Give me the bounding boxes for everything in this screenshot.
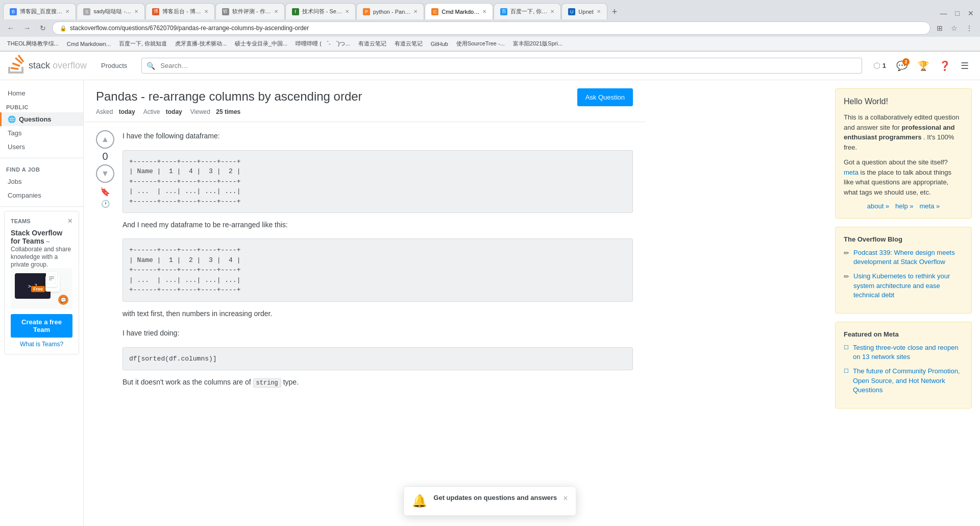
bookmark-3[interactable]: 百度一下, 你就知道 [116, 39, 170, 49]
question-content: I have the following dataframe: +------+… [122, 130, 633, 396]
tab-2[interactable]: S sady哒哒哒 -… ✕ [77, 3, 145, 19]
what-is-teams-link[interactable]: What is Teams? [11, 341, 72, 348]
upvote-button[interactable]: ▲ [96, 130, 114, 149]
bookmark-sourcetree[interactable]: 使用SourceTree -... [453, 39, 508, 49]
url-bar[interactable]: 🔒 stackoverflow.com/questions/67620709/p… [52, 21, 930, 35]
featured-link-2[interactable]: The future of Community Promotion, Open … [853, 367, 963, 395]
downvote-button[interactable]: ▼ [96, 164, 114, 183]
tab-9[interactable]: U Upnet ✕ [561, 3, 607, 19]
bookmark-7[interactable]: 有道云笔记 [355, 39, 389, 49]
notification-close-button[interactable]: × [563, 494, 568, 503]
create-team-button[interactable]: Create a free Team [11, 314, 72, 338]
tab-7[interactable]: C Cmd Markdo… ✕ [425, 3, 493, 19]
bookmark-github[interactable]: GitHub [428, 40, 451, 48]
tab-close-6[interactable]: ✕ [413, 9, 418, 14]
pencil-icon-1: ✏ [844, 249, 849, 257]
bookmark-4[interactable]: 虎牙直播-技术驱动... [172, 39, 230, 49]
new-tab-button[interactable]: + [608, 5, 622, 19]
inbox-button[interactable]: 💬 2 [893, 57, 911, 75]
tab-close-8[interactable]: ✕ [550, 9, 554, 14]
so-right-sidebar: Hello World! This is a collaboratively e… [827, 80, 980, 526]
hello-world-title: Hello World! [844, 97, 963, 106]
teams-label-text: TEAMS [11, 218, 31, 224]
extensions-button[interactable]: ⊞ [934, 22, 946, 34]
hamburger-button[interactable]: ☰ [958, 57, 972, 75]
tab-close-1[interactable]: ✕ [65, 9, 69, 14]
browser-actions: ⊞ ☆ ⋮ [934, 22, 976, 34]
featured-meta-card: Featured on Meta ☐ Testing three-vote cl… [835, 322, 972, 409]
ask-question-button[interactable]: Ask Question [577, 88, 633, 106]
products-nav[interactable]: Products [95, 58, 133, 74]
bookmark-spring[interactable]: 富丰阳2021版Spri... [510, 39, 566, 49]
trophy-icon: 🏆 [918, 61, 929, 71]
tab-close-4[interactable]: ✕ [274, 9, 278, 14]
bookmark-5[interactable]: 硕士专业目录_中国... [232, 39, 290, 49]
home-label: Home [8, 89, 26, 97]
hello-world-para2: Got a question about the site itself? me… [844, 157, 963, 197]
users-label: Users [8, 143, 25, 151]
tab-close-3[interactable]: ✕ [204, 9, 208, 14]
achievements-button[interactable]: 🏆 [915, 57, 932, 75]
tab-close-9[interactable]: ✕ [597, 9, 601, 14]
help-button[interactable]: ❓ [936, 57, 953, 75]
find-job-label: FIND A JOB [0, 162, 83, 175]
free-badge: Free [31, 286, 45, 292]
tab-1[interactable]: B 博客园_百度搜… ✕ [3, 3, 76, 19]
so-logo[interactable]: stack overflow [8, 55, 87, 77]
sidebar-item-companies[interactable]: Companies [0, 188, 83, 202]
help-link[interactable]: help » [895, 202, 913, 210]
tab-8[interactable]: 百 百度一下, 你… ✕ [494, 3, 561, 19]
maximize-button[interactable]: □ [952, 7, 963, 19]
tab-4[interactable]: 软 软件评测 - 作… ✕ [215, 3, 285, 19]
sidebar-item-jobs[interactable]: Jobs [0, 175, 83, 188]
sidebar-item-questions[interactable]: 🌐 Questions [0, 112, 83, 126]
hello-world-para: This is a collaboratively edited questio… [844, 112, 963, 152]
tab-6[interactable]: P python - Pan… ✕ [356, 3, 424, 19]
public-section-label: PUBLIC [0, 100, 83, 112]
bookmark-button[interactable]: ☆ [948, 22, 961, 34]
svg-rect-3 [47, 274, 56, 284]
code-block-3: df[sorted(df.columns)] [122, 347, 633, 371]
lock-icon: 🔒 [60, 25, 67, 32]
blog-link-2[interactable]: Using Kubernetes to rethink your system … [853, 272, 963, 300]
question-header-bar: Pandas - re-arrange columns by ascending… [84, 80, 645, 122]
bookmark-1[interactable]: THEOL网络教学综... [4, 39, 62, 49]
close-browser-button[interactable]: ✕ [965, 7, 977, 19]
settings-button[interactable]: ⋮ [963, 22, 976, 34]
forward-button[interactable]: → [20, 22, 34, 34]
tab-bar: B 博客园_百度搜… ✕ S sady哒哒哒 -… ✕ 博 博客后台 - 博… … [0, 0, 980, 19]
sidebar-item-tags[interactable]: Tags [0, 126, 83, 140]
meta-link[interactable]: meta » [920, 202, 940, 210]
back-button[interactable]: ← [4, 22, 17, 34]
notification-popup: 🔔 Get updates on questions and answers × [403, 486, 576, 516]
teams-close-button[interactable]: ✕ [67, 218, 72, 225]
overflow-blog-card: The Overflow Blog ✏ Podcast 339: Where d… [835, 227, 972, 314]
tab-close-7[interactable]: ✕ [482, 9, 486, 14]
doc-icon [46, 272, 57, 287]
meta-link-inline[interactable]: meta [844, 169, 859, 176]
bookmark-question-button[interactable]: 🔖 [100, 187, 110, 197]
code-block-1: +------+----+----+----+----+ | Name | 1 … [122, 150, 633, 213]
history-button[interactable]: 🕐 [101, 200, 110, 208]
meta-checkbox-icon-2: ☐ [844, 368, 849, 374]
user-points[interactable]: ⬡ 1 [870, 58, 889, 74]
bookmark-6[interactable]: 哔哩哔哩 ( ゜- ゜)つ... [292, 39, 353, 49]
tab-5[interactable]: f 技术问答 - Se… ✕ [285, 3, 356, 19]
minimize-button[interactable]: — [937, 7, 950, 19]
code-block-2: +------+----+----+----+----+ | Name | 1 … [122, 238, 633, 302]
sidebar-item-users[interactable]: Users [0, 140, 83, 154]
tab-close-2[interactable]: ✕ [134, 9, 138, 14]
blog-link-1[interactable]: Podcast 339: Where design meets developm… [853, 248, 963, 267]
inbox-count: 2 [902, 58, 910, 65]
search-icon: 🔍 [146, 62, 155, 70]
refresh-button[interactable]: ↻ [37, 22, 49, 34]
help-icon: ❓ [939, 61, 950, 71]
sidebar-item-home[interactable]: Home [0, 86, 83, 100]
tab-3[interactable]: 博 博客后台 - 博… ✕ [145, 3, 215, 19]
bookmark-2[interactable]: Cmd Markdown... [64, 40, 114, 48]
featured-link-1[interactable]: Testing three-vote close and reopen on 1… [853, 343, 963, 362]
bookmark-8[interactable]: 有道云笔记 [391, 39, 426, 49]
about-link[interactable]: about » [867, 202, 889, 210]
search-input[interactable] [141, 58, 862, 74]
tab-close-5[interactable]: ✕ [345, 9, 349, 14]
